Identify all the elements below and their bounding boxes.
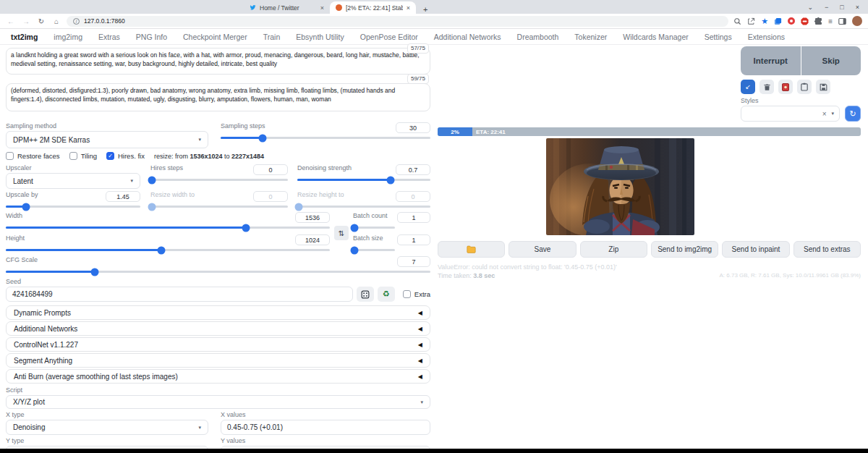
folder-icon [467,245,476,253]
save-style-button[interactable] [816,80,830,94]
tab-additional-networks[interactable]: Additional Networks [426,33,509,41]
zip-button[interactable]: Zip [580,241,647,258]
bookmark-star-icon[interactable]: ★ [761,17,768,26]
tab-png-info[interactable]: PNG Info [128,33,175,41]
x-values-input[interactable]: 0.45-0.75 (+0.01) [221,420,430,435]
reuse-seed-button[interactable]: ♻ [378,287,395,302]
styles-dropdown[interactable]: × ▾ [741,106,840,122]
accordion-title: Anti Burn (average smoothing of last ste… [14,373,178,381]
clear-styles-icon[interactable]: × [822,110,827,118]
tab-train[interactable]: Train [255,33,289,41]
upscaler-dropdown[interactable]: Latent ▾ [6,173,140,189]
accordion-additional-networks[interactable]: Additional Networks ◀ [6,321,430,336]
maximize-button[interactable]: □ [840,4,843,11]
tiling-checkbox[interactable]: Tiling [69,152,97,160]
share-icon[interactable] [747,17,755,25]
trash-icon [763,83,771,91]
tab-wildcards-manager[interactable]: Wildcards Manager [615,33,696,41]
generated-image[interactable] [546,138,694,235]
tab-settings[interactable]: Settings [697,33,740,41]
extensions-puzzle-icon[interactable] [814,17,822,25]
site-info-icon[interactable]: i [73,18,80,25]
tab-ebsynth-utility[interactable]: Ebsynth Utility [288,33,352,41]
profile-avatar[interactable] [852,16,862,26]
resize-from-value: 1536x1024 [190,153,222,160]
extra-networks-button[interactable] [778,80,793,94]
adblock-extension-icon[interactable] [788,17,795,25]
width-slider[interactable] [6,224,330,232]
tab-close-icon[interactable]: × [407,4,410,12]
tab-dreambooth[interactable]: Dreambooth [509,33,567,41]
accordion-segment-anything[interactable]: Segment Anything ◀ [6,353,430,368]
menu-lines-icon[interactable]: ≡ [828,17,833,25]
sampling-steps-slider[interactable] [221,134,430,142]
batch-size-input[interactable]: 1 [397,234,430,245]
back-button[interactable]: ← [6,17,16,25]
batch-count-slider[interactable] [353,224,395,232]
tab-close-icon[interactable]: × [320,4,324,12]
skip-button[interactable]: Skip [801,46,861,75]
cfg-scale-slider[interactable] [6,268,430,276]
sampling-method-label: Sampling method [6,122,208,130]
upscale-by-input[interactable]: 1.45 [106,191,140,202]
forward-button[interactable]: → [21,17,31,25]
save-button[interactable]: Save [509,241,576,258]
tab-search-icon[interactable]: ⌄ [807,4,813,11]
accordion-dynamic-prompts[interactable]: Dynamic Prompts ◀ [6,305,430,320]
send-to-inpaint-button[interactable]: Send to inpaint [722,241,789,258]
minimize-button[interactable]: − [825,4,828,11]
hires-steps-slider[interactable] [150,176,288,184]
restore-faces-checkbox[interactable]: Restore faces [6,152,60,160]
browser-tab-stable-diffusion[interactable]: [2% ETA: 22:41] Stable Diffusion × [330,1,416,14]
chevron-down-icon: ▾ [198,137,201,143]
seed-input[interactable]: 4241684499 [6,287,353,302]
tab-txt2img[interactable]: txt2img [3,33,46,41]
script-dropdown[interactable]: X/Y/Z plot ▾ [6,395,430,409]
clear-prompt-button[interactable] [760,80,774,94]
tab-extras[interactable]: Extras [90,33,128,41]
sampling-steps-input[interactable]: 30 [396,122,430,133]
denoising-strength-input[interactable]: 0.7 [396,164,430,175]
tab-tokenizer[interactable]: Tokenizer [566,33,615,41]
reload-button[interactable]: ↻ [36,17,46,25]
url-bar[interactable]: i 127.0.0.1:7860 [67,16,728,27]
negative-prompt-input[interactable]: (deformed, distorted, disfigured:1.3), p… [6,83,430,111]
new-tab-button[interactable]: + [416,5,435,14]
height-slider[interactable] [6,246,330,254]
send-to-extras-button[interactable]: Send to extras [793,241,861,258]
accordion-controlnet[interactable]: ControlNet v1.1.227 ◀ [6,337,430,352]
refresh-styles-button[interactable]: ↻ [845,106,861,122]
home-button[interactable]: ⌂ [51,17,61,25]
prompt-input[interactable]: a landknt holding a great sword with a s… [6,48,430,75]
zoom-icon[interactable] [733,17,741,25]
tab-extensions[interactable]: Extensions [740,33,793,41]
width-input[interactable]: 1536 [295,212,330,223]
denoising-strength-slider[interactable] [297,176,430,184]
upscale-by-slider[interactable] [6,203,140,211]
paste-generation-params-button[interactable]: ↙ [741,80,755,94]
close-window-button[interactable]: × [856,4,859,11]
tab-img2img[interactable]: img2img [46,33,90,41]
stop-extension-icon[interactable] [801,17,809,25]
interrupt-button[interactable]: Interrupt [741,46,801,75]
open-folder-button[interactable] [438,241,505,258]
tab-openpose-editor[interactable]: OpenPose Editor [352,33,426,41]
x-type-dropdown[interactable]: Denoising ▾ [6,420,208,435]
batch-size-slider[interactable] [353,246,395,254]
hires-fix-checkbox[interactable]: ✓ Hires. fix [106,152,145,160]
random-seed-button[interactable] [357,287,374,302]
blue-pages-extension-icon[interactable] [774,17,782,25]
apply-styles-button[interactable] [797,80,812,94]
sampling-method-dropdown[interactable]: DPM++ 2M SDE Karras ▾ [6,131,208,148]
extra-seed-checkbox[interactable]: Extra [403,290,430,298]
accordion-anti-burn[interactable]: Anti Burn (average smoothing of last ste… [6,369,430,384]
send-to-img2img-button[interactable]: Send to img2img [651,241,718,258]
batch-count-input[interactable]: 1 [397,212,430,223]
browser-tab-twitter[interactable]: Home / Twitter × [244,1,330,14]
swap-dimensions-button[interactable]: ⇅ [334,226,349,240]
sidebar-icon[interactable] [838,17,846,25]
height-input[interactable]: 1024 [295,234,330,245]
tab-checkpoint-merger[interactable]: Checkpoint Merger [175,33,255,41]
hires-steps-input[interactable]: 0 [253,164,288,175]
cfg-scale-input[interactable]: 7 [397,256,430,267]
